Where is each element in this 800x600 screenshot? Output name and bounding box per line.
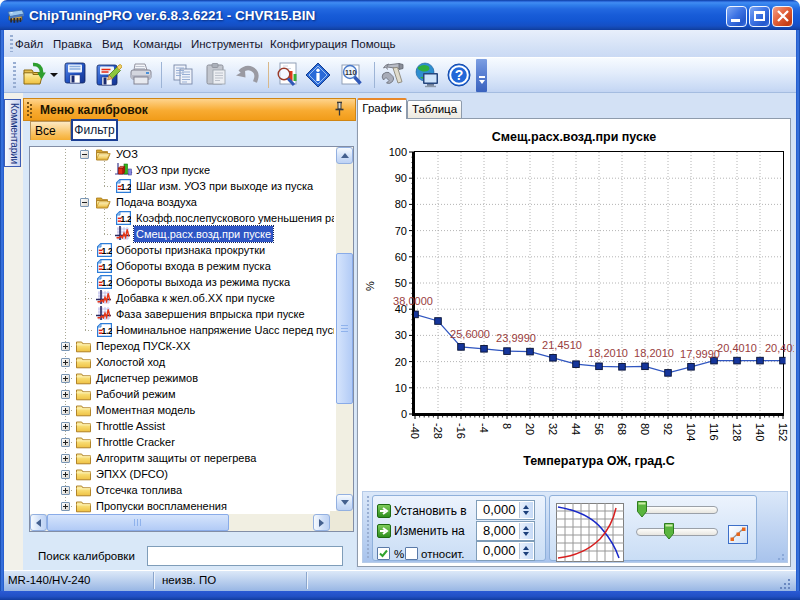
svg-text:92: 92 — [662, 423, 674, 435]
svg-text:104: 104 — [685, 423, 697, 441]
svg-text:17,9990: 17,9990 — [680, 348, 720, 360]
svg-text:32: 32 — [547, 423, 559, 435]
svg-text:8: 8 — [501, 423, 513, 429]
svg-text:20,4010: 20,4010 — [765, 342, 794, 354]
svg-text:140: 140 — [754, 423, 766, 441]
svg-text:-28: -28 — [432, 423, 444, 439]
svg-text:0: 0 — [401, 408, 407, 420]
svg-text:80: 80 — [639, 423, 651, 435]
svg-text:128: 128 — [731, 423, 743, 441]
svg-text:Смещ.расх.возд.при пуске: Смещ.расх.возд.при пуске — [492, 130, 656, 144]
svg-text:30: 30 — [395, 329, 407, 341]
svg-text:20: 20 — [524, 423, 536, 435]
svg-text:21,4510: 21,4510 — [542, 339, 582, 351]
svg-text:18,2010: 18,2010 — [634, 347, 674, 359]
svg-text:20: 20 — [395, 356, 407, 368]
svg-text:-40: -40 — [409, 423, 421, 439]
svg-text:100: 100 — [389, 146, 407, 158]
svg-text:56: 56 — [593, 423, 605, 435]
svg-text:23,9990: 23,9990 — [496, 332, 536, 344]
svg-text:44: 44 — [570, 423, 582, 435]
svg-text:10: 10 — [395, 382, 407, 394]
svg-text:60: 60 — [395, 251, 407, 263]
svg-text:20,4010: 20,4010 — [717, 342, 757, 354]
svg-text:25,6000: 25,6000 — [450, 328, 490, 340]
svg-text:-4: -4 — [478, 423, 490, 433]
svg-text:80: 80 — [395, 198, 407, 210]
svg-text:?: ? — [455, 67, 464, 83]
svg-text:110: 110 — [345, 69, 356, 76]
svg-text:Температура ОЖ, град.С: Температура ОЖ, град.С — [523, 454, 674, 468]
svg-text:18,2010: 18,2010 — [588, 347, 628, 359]
svg-text:68: 68 — [616, 423, 628, 435]
svg-text:90: 90 — [395, 172, 407, 184]
svg-text:-16: -16 — [455, 423, 467, 439]
svg-text:%: % — [364, 281, 376, 291]
svg-text:152: 152 — [777, 423, 789, 441]
svg-text:116: 116 — [708, 423, 720, 441]
svg-text:70: 70 — [395, 225, 407, 237]
svg-text:50: 50 — [395, 277, 407, 289]
svg-text:38,0000: 38,0000 — [393, 295, 433, 307]
